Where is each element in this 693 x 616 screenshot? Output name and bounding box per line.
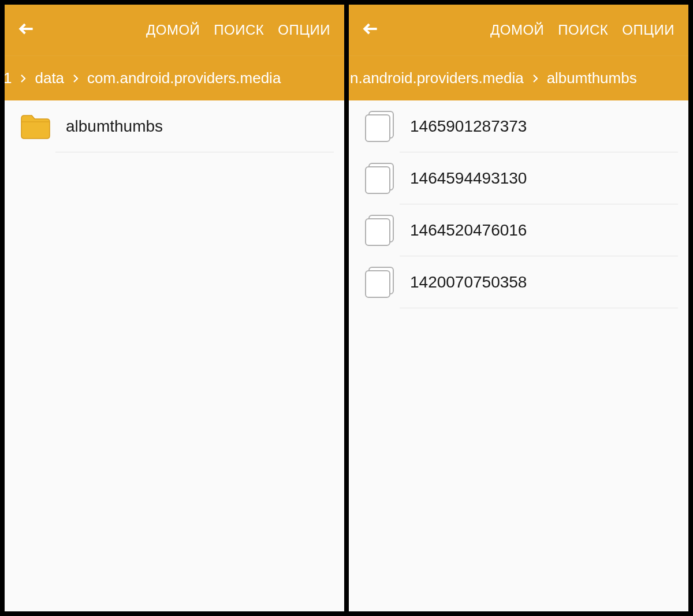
list-item[interactable]: 1465901287373 [349, 100, 688, 152]
list-item-label: albumthumbs [55, 117, 163, 136]
file-icon [359, 111, 400, 142]
breadcrumb-item[interactable]: com.android.providers.media [87, 69, 281, 87]
list-item-label-wrap: 1465901287373 [400, 100, 678, 152]
header-actions: ДОМОЙ ПОИСК ОПЦИИ [39, 22, 335, 38]
back-button[interactable] [358, 17, 383, 43]
options-button[interactable]: ОПЦИИ [622, 22, 675, 38]
chevron-right-icon [12, 73, 35, 84]
list-item-label-wrap: 1420070750358 [400, 256, 678, 308]
file-list: albumthumbs [5, 100, 344, 611]
list-item[interactable]: 1464520476016 [349, 204, 688, 256]
panel-right: ДОМОЙ ПОИСК ОПЦИИ n.android.providers.me… [346, 0, 693, 616]
breadcrumb: 1 data com.android.providers.media [0, 55, 344, 100]
breadcrumb-item[interactable]: albumthumbs [547, 69, 637, 87]
back-button[interactable] [14, 17, 39, 43]
breadcrumb-item[interactable]: n.android.providers.media [350, 69, 524, 87]
list-item-label-wrap: 1464594493130 [400, 152, 678, 204]
header-actions: ДОМОЙ ПОИСК ОПЦИИ [383, 22, 679, 38]
list-item-label-wrap: albumthumbs [55, 100, 334, 152]
chevron-right-icon [64, 73, 87, 84]
list-item[interactable]: 1464594493130 [349, 152, 688, 204]
search-button[interactable]: ПОИСК [214, 22, 264, 38]
list-item-label: 1464520476016 [400, 221, 527, 240]
panel-left: ДОМОЙ ПОИСК ОПЦИИ 1 data com.android.pro… [0, 0, 346, 616]
search-button[interactable]: ПОИСК [558, 22, 608, 38]
arrow-left-icon [362, 20, 380, 40]
home-button[interactable]: ДОМОЙ [490, 22, 544, 38]
file-icon [359, 163, 400, 194]
file-icon [359, 215, 400, 246]
list-item-label: 1465901287373 [400, 117, 527, 136]
header: ДОМОЙ ПОИСК ОПЦИИ [5, 5, 344, 55]
options-button[interactable]: ОПЦИИ [278, 22, 330, 38]
header: ДОМОЙ ПОИСК ОПЦИИ [349, 5, 688, 55]
breadcrumb-item[interactable]: data [35, 69, 64, 87]
list-item-label: 1464594493130 [400, 169, 527, 188]
list-item-label: 1420070750358 [400, 273, 527, 292]
list-item[interactable]: albumthumbs [5, 100, 344, 152]
home-button[interactable]: ДОМОЙ [146, 22, 200, 38]
arrow-left-icon [17, 20, 36, 40]
file-icon [359, 267, 400, 298]
chevron-right-icon [524, 73, 547, 84]
breadcrumb: n.android.providers.media albumthumbs [346, 55, 688, 100]
folder-icon [15, 113, 55, 140]
breadcrumb-item[interactable]: 1 [3, 69, 12, 87]
file-list: 1465901287373 1464594493130 146452047601… [349, 100, 688, 611]
list-item-label-wrap: 1464520476016 [400, 204, 678, 256]
list-item[interactable]: 1420070750358 [349, 256, 688, 308]
